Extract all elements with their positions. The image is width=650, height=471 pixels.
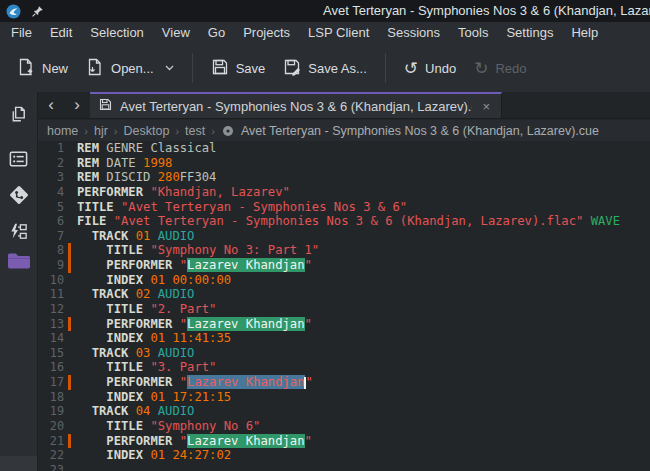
line-content: INDEX 01 24:27:02: [71, 448, 231, 463]
code-line-19[interactable]: 19 TRACK 04 AUDIO: [38, 404, 650, 419]
save-as-button-label: Save As...: [308, 61, 367, 76]
tab-label: Avet Terteryan - Symphonies Nos 3 & 6 (K…: [120, 99, 472, 114]
sidebar-list-button[interactable]: [0, 144, 37, 178]
menu-sessions[interactable]: Sessions: [378, 22, 449, 44]
line-number: 8: [38, 243, 64, 258]
tab-cue-file[interactable]: Avet Terteryan - Symphonies Nos 3 & 6 (K…: [90, 92, 502, 118]
line-number: 4: [38, 185, 64, 200]
line-number: 7: [38, 229, 64, 244]
titlebar[interactable]: Avet Terteryan - Symphonies Nos 3 & 6 (K…: [0, 0, 650, 22]
line-number: 1: [38, 141, 64, 156]
chevron-down-icon[interactable]: [165, 65, 174, 71]
code-line-14[interactable]: 14 INDEX 01 11:41:35: [38, 331, 650, 346]
toolbar-separator: [192, 53, 193, 83]
code-line-9[interactable]: 9 PERFORMER "Lazarev Khandjan": [38, 258, 650, 273]
code-line-3[interactable]: 3REM DISCID 280FF304: [38, 170, 650, 185]
code-line-8[interactable]: 8 TITLE "Symphony No 3: Part 1": [38, 243, 650, 258]
code-line-22[interactable]: 22 INDEX 01 24:27:02: [38, 448, 650, 463]
menu-edit[interactable]: Edit: [41, 22, 81, 44]
code-line-7[interactable]: 7 TRACK 01 AUDIO: [38, 229, 650, 244]
back-button[interactable]: ‹: [38, 92, 64, 118]
code-line-15[interactable]: 15 TRACK 03 AUDIO: [38, 346, 650, 361]
sidebar: [0, 92, 38, 471]
code-line-20[interactable]: 20 TITLE "Symphony No 6": [38, 419, 650, 434]
menu-settings[interactable]: Settings: [497, 22, 562, 44]
editor[interactable]: 1REM GENRE Classical2REM DATE 19983REM D…: [38, 141, 650, 471]
code-line-1[interactable]: 1REM GENRE Classical: [38, 141, 650, 156]
code-line-5[interactable]: 5TITLE "Avet Terteryan - Symphonies Nos …: [38, 200, 650, 215]
menu-go[interactable]: Go: [199, 22, 234, 44]
toolbar-separator-2: [385, 53, 386, 83]
menu-selection[interactable]: Selection: [81, 22, 152, 44]
breadcrumb-separator: ›: [211, 125, 215, 137]
line-content: REM GENRE Classical: [71, 141, 216, 156]
forward-button[interactable]: ›: [64, 92, 90, 118]
code-line-4[interactable]: 4PERFORMER "Khandjan, Lazarev": [38, 185, 650, 200]
sidebar-documents-button[interactable]: [0, 100, 37, 134]
menu-view[interactable]: View: [153, 22, 199, 44]
documents-icon: [8, 105, 29, 130]
sidebar-filesystem-button[interactable]: [0, 246, 37, 280]
menu-file[interactable]: File: [2, 22, 41, 44]
line-number: 6: [38, 214, 64, 229]
breadcrumb-file[interactable]: Avet Terteryan - Symphonies Nos 3 & 6 (K…: [241, 124, 599, 138]
build-icon: [8, 221, 29, 246]
line-number: 13: [38, 317, 64, 332]
undo-button[interactable]: ↺ Undo: [395, 54, 465, 83]
crumb-home[interactable]: home: [46, 124, 79, 138]
line-content: TITLE "2. Part": [71, 302, 216, 317]
menu-lsp-client[interactable]: LSP Client: [299, 22, 378, 44]
new-button-label: New: [42, 61, 68, 76]
line-content: TRACK 02 AUDIO: [71, 287, 194, 302]
open-button-label: Open...: [111, 61, 154, 76]
save-as-button[interactable]: Save As...: [274, 52, 376, 85]
window-title: Avet Terteryan - Symphonies Nos 3 & 6 (K…: [323, 0, 650, 22]
new-button[interactable]: New: [8, 52, 77, 85]
line-content: TITLE "3. Part": [71, 360, 216, 375]
open-button[interactable]: Open...: [77, 52, 183, 85]
sidebar-build-button[interactable]: [0, 216, 37, 250]
save-icon: [211, 58, 229, 79]
code-line-13[interactable]: 13 PERFORMER "Lazarev Khandjan": [38, 317, 650, 332]
line-content: PERFORMER "Khandjan, Lazarev": [71, 185, 290, 200]
code-line-2[interactable]: 2REM DATE 1998: [38, 156, 650, 171]
save-button[interactable]: Save: [202, 52, 275, 85]
redo-button-label: Redo: [495, 61, 526, 76]
menu-tools[interactable]: Tools: [449, 22, 497, 44]
code-line-17[interactable]: 17 PERFORMER "Lazarev Khandjan": [38, 375, 650, 390]
code-line-6[interactable]: 6FILE "Avet Terteryan - Symphonies Nos 3…: [38, 214, 650, 229]
undo-icon: ↺: [404, 60, 418, 77]
crumb-hjr[interactable]: hjr: [93, 124, 109, 138]
code-line-12[interactable]: 12 TITLE "2. Part": [38, 302, 650, 317]
code-line-10[interactable]: 10 INDEX 01 00:00:00: [38, 273, 650, 288]
list-view-icon: [8, 149, 29, 174]
line-number: 5: [38, 200, 64, 215]
menubar: FileEditSelectionViewGoProjectsLSP Clien…: [0, 22, 650, 44]
code-line-18[interactable]: 18 INDEX 01 17:21:15: [38, 390, 650, 405]
code-line-21[interactable]: 21 PERFORMER "Lazarev Khandjan": [38, 434, 650, 449]
toolbar: New Open...: [0, 44, 650, 92]
line-content: REM DATE 1998: [71, 156, 172, 171]
breadcrumb-separator: ›: [84, 125, 88, 137]
line-content: TITLE "Symphony No 6": [71, 419, 260, 434]
new-document-icon: [17, 58, 35, 79]
menu-projects[interactable]: Projects: [234, 22, 299, 44]
redo-button[interactable]: ↻ Redo: [465, 54, 535, 83]
undo-button-label: Undo: [425, 61, 456, 76]
code-line-11[interactable]: 11 TRACK 02 AUDIO: [38, 287, 650, 302]
crumb-test[interactable]: test: [184, 124, 206, 138]
tab-close-icon[interactable]: ×: [480, 99, 492, 114]
line-number: 3: [38, 170, 64, 185]
save-button-label: Save: [236, 61, 266, 76]
crumb-desktop[interactable]: Desktop: [123, 124, 171, 138]
code-line-23[interactable]: 23: [38, 463, 650, 471]
sidebar-git-button[interactable]: [0, 180, 37, 214]
menu-help[interactable]: Help: [562, 22, 607, 44]
code-line-16[interactable]: 16 TITLE "3. Part": [38, 360, 650, 375]
pin-icon[interactable]: [31, 5, 44, 18]
line-content: INDEX 01 11:41:35: [71, 331, 231, 346]
breadcrumb: home›hjr›Desktop›test› Avet Terteryan - …: [38, 120, 650, 141]
line-content: TITLE "Avet Terteryan - Symphonies Nos 3…: [71, 200, 407, 215]
line-content: TRACK 04 AUDIO: [71, 404, 194, 419]
line-number: 23: [38, 463, 64, 471]
